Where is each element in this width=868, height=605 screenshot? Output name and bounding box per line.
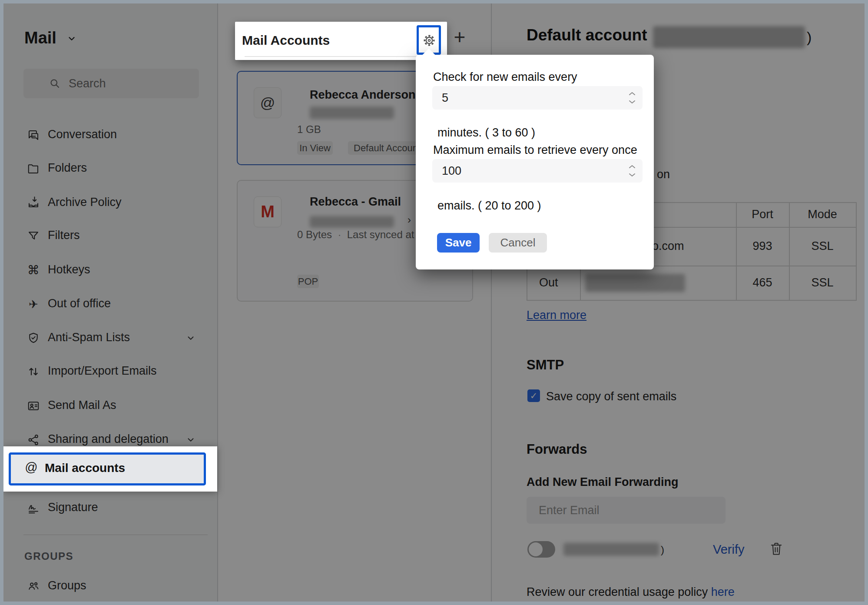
sidebar-item-label: Mail accounts: [45, 461, 125, 475]
cancel-button[interactable]: Cancel: [489, 233, 547, 253]
spinner-down-icon[interactable]: [628, 172, 636, 178]
mail-settings-page: Mail Conversation Folders Archive Policy…: [0, 0, 868, 605]
save-button[interactable]: Save: [437, 233, 480, 253]
max-emails-field[interactable]: [432, 159, 643, 183]
check-frequency-input[interactable]: [442, 86, 616, 110]
spinner-up-icon[interactable]: [628, 164, 636, 170]
gear-icon: [422, 33, 436, 47]
check-frequency-popup: Check for new emails every minutes. ( 3 …: [416, 55, 654, 269]
mail-accounts-highlight-strip: @ Mail accounts: [3, 446, 217, 492]
at-icon: @: [24, 460, 39, 475]
check-frequency-hint: minutes. ( 3 to 60 ): [437, 126, 535, 140]
accounts-panel-title: Mail Accounts: [242, 33, 330, 48]
spinner-down-icon[interactable]: [628, 99, 636, 105]
check-frequency-field[interactable]: [432, 86, 643, 110]
max-emails-label: Maximum emails to retrieve every once: [433, 143, 637, 157]
check-frequency-label: Check for new emails every: [433, 70, 577, 84]
sidebar-item-mail-accounts[interactable]: @ Mail accounts: [9, 452, 206, 485]
accounts-header-highlight: Mail Accounts: [235, 22, 447, 60]
max-emails-input[interactable]: [442, 159, 616, 183]
spinner-up-icon[interactable]: [628, 91, 636, 97]
max-emails-hint: emails. ( 20 to 200 ): [437, 199, 541, 213]
